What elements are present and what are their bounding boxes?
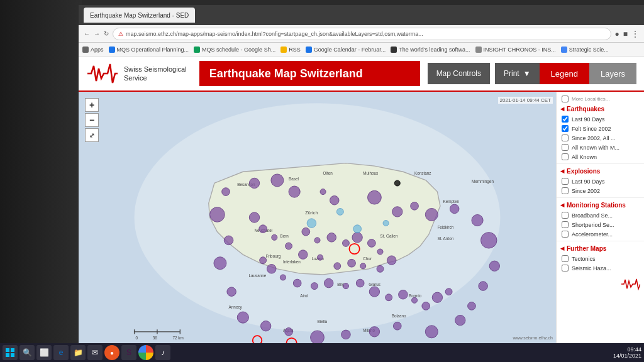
- mqs-icon: [109, 47, 115, 53]
- svg-point-99: [383, 221, 389, 226]
- svg-point-62: [368, 239, 376, 248]
- svg-text:Feldkirch: Feldkirch: [437, 225, 453, 229]
- layer-all-known: All Known: [557, 152, 644, 162]
- org-name: Swiss Seismological Service: [124, 65, 187, 83]
- tab-layers[interactable]: Layers: [589, 63, 636, 84]
- edge-button[interactable]: e: [53, 345, 69, 360]
- gcal-icon: [306, 47, 312, 53]
- switzerland-map: Zürich Bern Fribourg Lausanne Neuchâtel …: [79, 92, 556, 343]
- all-known-checkbox[interactable]: [562, 153, 569, 160]
- svg-point-32: [392, 207, 402, 217]
- print-dropdown-icon: ▼: [523, 69, 531, 78]
- broadband-checkbox[interactable]: [562, 212, 569, 219]
- tectonics-checkbox[interactable]: [562, 255, 569, 262]
- map-container: + − ⤢ Zürich Bern Frib: [79, 92, 556, 343]
- slack-button[interactable]: S: [121, 345, 136, 360]
- svg-point-30: [330, 195, 340, 205]
- layer-seismic-haza: Seismic Haza...: [557, 263, 644, 273]
- svg-point-37: [481, 233, 497, 248]
- svg-point-88: [432, 292, 442, 302]
- start-button[interactable]: [3, 345, 18, 360]
- svg-text:Basel: Basel: [289, 177, 299, 181]
- logo-area: Swiss Seismological Service: [86, 61, 187, 86]
- bookmark-apps[interactable]: Apps: [82, 47, 104, 53]
- svg-point-35: [450, 204, 459, 214]
- ubuntu-button[interactable]: ●: [104, 345, 119, 360]
- layer-tectonics: Tectonics: [557, 254, 644, 263]
- legend-panel: More Localities... ◀ Earthquakes Last 90…: [556, 92, 644, 343]
- tab-legend[interactable]: Legend: [540, 63, 589, 84]
- bookmark-rss[interactable]: RSS: [280, 47, 301, 53]
- svg-point-85: [399, 290, 408, 299]
- search-taskbar-button[interactable]: 🔍: [19, 345, 35, 360]
- layer-since-2002-all: Since 2002, All ...: [557, 133, 644, 143]
- website: Swiss Seismological Service Earthquake M…: [79, 57, 644, 343]
- svg-point-60: [343, 239, 350, 246]
- bookmark-github[interactable]: The world's leading softwa...: [391, 47, 470, 53]
- svg-point-90: [320, 189, 326, 195]
- task-view-button[interactable]: ⬜: [36, 345, 52, 360]
- divider-1: [557, 163, 644, 164]
- profile-icon: ●: [615, 30, 619, 38]
- bookmark-gcal[interactable]: Google Calendar - Februar...: [306, 47, 386, 53]
- accelerometer-checkbox[interactable]: [562, 231, 569, 238]
- svg-point-64: [387, 256, 396, 265]
- nav-back[interactable]: ←: [84, 30, 90, 37]
- nav-forward[interactable]: →: [94, 30, 100, 37]
- svg-text:Mulhous: Mulhous: [363, 171, 378, 175]
- svg-point-100: [349, 244, 359, 254]
- divider-3: [557, 241, 644, 241]
- svg-point-40: [468, 302, 476, 310]
- explosions-90days-checkbox[interactable]: [562, 178, 569, 185]
- address-bar[interactable]: ⚠ map.seismo.ethz.ch/map-apps/map-seismo…: [113, 28, 611, 40]
- all-known-with-m-checkbox[interactable]: [562, 144, 569, 151]
- layer-felt-since-2002: Felt Since 2002: [557, 124, 644, 133]
- svg-point-39: [479, 282, 488, 291]
- bookmark-chronos[interactable]: INSIGHT CHRONOS - INS...: [475, 47, 556, 53]
- svg-point-76: [267, 265, 277, 274]
- earthquakes-90days-checkbox[interactable]: [562, 116, 569, 123]
- svg-point-57: [302, 228, 310, 236]
- bookmark-mqs[interactable]: MQS Operational Planning...: [109, 47, 189, 53]
- nav-refresh[interactable]: ↻: [104, 30, 109, 37]
- panel-seismo-logo: [621, 278, 640, 290]
- svg-point-73: [259, 225, 267, 233]
- svg-rect-115: [11, 353, 14, 357]
- github-icon: [391, 47, 397, 53]
- bookmark-strategic[interactable]: Strategic Scie...: [561, 47, 609, 53]
- svg-point-75: [260, 257, 267, 264]
- explosions-since-2002-checkbox[interactable]: [562, 187, 569, 194]
- svg-point-47: [285, 327, 293, 336]
- svg-point-81: [343, 283, 348, 289]
- taskbar: 🔍 ⬜ e 📁 ✉ ● S ♪ 09:44 14/01/2021: [0, 343, 644, 362]
- svg-point-68: [334, 263, 341, 270]
- svg-text:Biella: Biella: [318, 319, 328, 324]
- since-2002-all-checkbox[interactable]: [562, 134, 569, 141]
- sse-logo: [86, 61, 118, 86]
- print-button[interactable]: Print ▼: [495, 63, 540, 84]
- map-controls-button[interactable]: Map Controls: [428, 63, 490, 84]
- svg-point-45: [341, 330, 351, 339]
- seismic-haza-checkbox[interactable]: [562, 265, 569, 272]
- section-further-maps: ◀ Further Maps: [557, 243, 644, 254]
- shortperiod-checkbox[interactable]: [562, 221, 569, 228]
- more-localities-checkbox[interactable]: [562, 96, 569, 102]
- music-button[interactable]: ♪: [155, 345, 170, 360]
- bookmark-schedule[interactable]: MQS schedule - Google Sh...: [194, 47, 275, 53]
- svg-text:Airol: Airol: [300, 293, 308, 298]
- taskbar-time: 09:44 14/01/2021: [613, 346, 641, 359]
- header-buttons: Map Controls Print ▼: [428, 63, 540, 84]
- browser-tab[interactable]: Earthquake Map Switzerland - SED: [84, 8, 195, 23]
- mail-button[interactable]: ✉: [87, 345, 103, 360]
- menu-icon: ⋮: [631, 30, 639, 38]
- section-explosions: ◀ Explosions: [557, 166, 644, 177]
- svg-point-86: [412, 297, 418, 303]
- svg-point-74: [249, 212, 259, 222]
- felt-since-2002-checkbox[interactable]: [562, 125, 569, 132]
- layer-broadband: Broadband Se...: [557, 211, 644, 220]
- chrome-button[interactable]: [138, 345, 153, 360]
- svg-text:Fribourg: Fribourg: [266, 254, 281, 259]
- svg-text:St. Gallen: St. Gallen: [380, 234, 398, 238]
- svg-point-61: [352, 233, 362, 243]
- explorer-button[interactable]: 📁: [70, 345, 86, 360]
